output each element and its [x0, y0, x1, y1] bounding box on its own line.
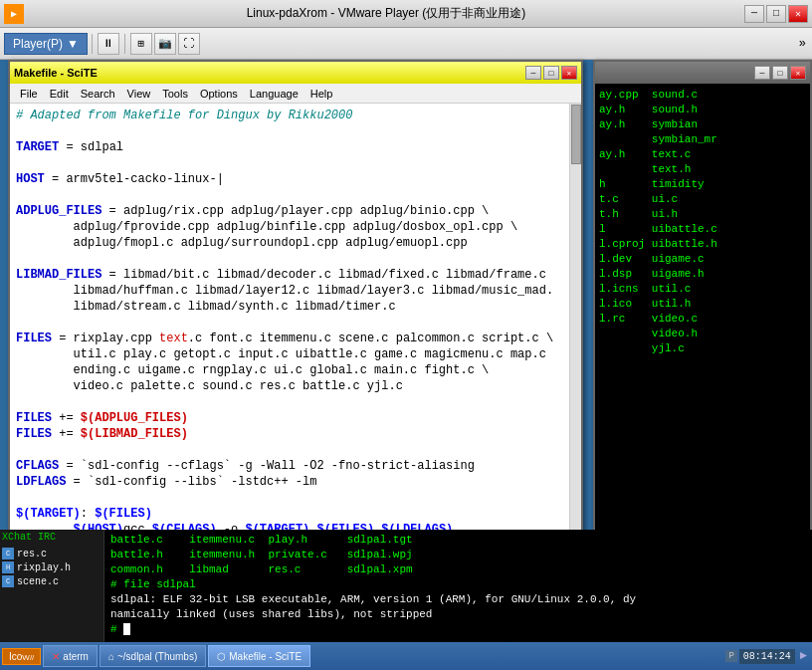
term-line-18: yjl.c: [599, 341, 806, 356]
code-line-19: [16, 394, 575, 410]
tb-line-2: battle.h itemmenu.h private.c sdlpal.wpj: [110, 548, 806, 562]
terminal-minimize[interactable]: ─: [754, 66, 770, 80]
scite-restore[interactable]: □: [543, 66, 559, 80]
code-line-6: [16, 187, 575, 203]
sidebar-file-scene-label: scene.c: [17, 576, 59, 587]
aterm-label: aterm: [63, 651, 89, 662]
term-line-3: ay.h symbian: [599, 117, 806, 132]
keyboard-indicator: P: [725, 650, 736, 662]
sidebar-file-rixplay: H rixplay.h: [2, 560, 102, 574]
vertical-scrollbar[interactable]: [569, 104, 581, 554]
terminal-restore[interactable]: □: [772, 66, 788, 80]
menu-edit[interactable]: Edit: [44, 84, 75, 103]
sidebar-file-res-label: res.c: [17, 549, 47, 559]
term-line-17: video.h: [599, 327, 806, 341]
code-line-17: ending.c uigame.c rngplay.c ui.c global.…: [16, 362, 575, 378]
term-line-12: l.dev uigame.c: [599, 252, 806, 267]
scite-menubar: File Edit Search View Tools Options Lang…: [10, 84, 581, 104]
code-line-8: adplug/fprovide.cpp adplug/binfile.cpp a…: [16, 219, 575, 235]
term-line-9: t.h ui.h: [599, 207, 806, 222]
scroll-thumb[interactable]: [571, 105, 581, 164]
menu-tools[interactable]: Tools: [156, 84, 194, 103]
code-line-10: [16, 251, 575, 267]
taskbar-right-arrow[interactable]: ►: [797, 649, 810, 663]
menu-help[interactable]: Help: [304, 84, 339, 103]
term-line-1: ay.cpp sound.c: [599, 88, 806, 103]
code-line-21: FILES += $(LIBMAD_FILES): [16, 426, 575, 442]
pause-button[interactable]: ⏸: [98, 33, 119, 55]
code-line-13: libmad/stream.c libmad/synth.c libmad/ti…: [16, 299, 575, 315]
tb-line-4: # file sdlpal: [110, 577, 806, 592]
minimize-button[interactable]: ─: [744, 5, 764, 23]
code-content[interactable]: # Adapted from Makefile for Dingux by Ri…: [10, 104, 581, 565]
start-label: W//: [22, 653, 34, 662]
code-line-15: FILES = rixplay.cpp text.c font.c itemme…: [16, 331, 575, 346]
menu-file[interactable]: File: [14, 84, 44, 103]
code-line-18: video.c palette.c sound.c res.c battle.c…: [16, 378, 575, 394]
restore-button[interactable]: □: [766, 5, 786, 23]
taskbar-item-scite[interactable]: ⬡ Makefile - SciTE: [208, 645, 310, 667]
code-line-1: # Adapted from Makefile for Dingux by Ri…: [16, 108, 575, 123]
code-line-3: TARGET = sdlpal: [16, 139, 575, 155]
toolbar-separator-1: [92, 34, 93, 54]
term-line-5: ay.h text.c: [599, 147, 806, 162]
terminal-window: ─ □ ✕ ay.cpp sound.c ay.h sound.h ay.h s…: [593, 60, 812, 567]
taskbar-clock: P 08:14:24 ►: [725, 649, 810, 664]
terminal-titlebar: ─ □ ✕: [595, 62, 810, 84]
xchat-label: XChat IRC: [2, 532, 102, 543]
term-line-16: l.rc video.c: [599, 312, 806, 327]
vmware-title: Linux-pdaXrom - VMware Player (仅用于非商业用途): [28, 5, 744, 22]
start-button[interactable]: IcoW//: [2, 648, 41, 665]
code-line-20: FILES += $(ADPLUG_FILES): [16, 410, 575, 426]
term-line-13: l.dsp uigame.h: [599, 267, 806, 282]
code-area: # Adapted from Makefile for Dingux by Ri…: [10, 104, 581, 565]
sidebar-file-res: C res.c: [2, 547, 102, 560]
sidebar-file-rixplay-label: rixplay.h: [17, 562, 71, 573]
send-ctrl-alt-del-button[interactable]: ⊞: [130, 33, 152, 55]
term-line-14: l.icns util.c: [599, 282, 806, 297]
sidebar-file-scene: C scene.c: [2, 574, 102, 588]
clock-time: 08:14:24: [739, 649, 795, 664]
vmware-titlebar: ▶ Linux-pdaXrom - VMware Player (仅用于非商业用…: [0, 0, 812, 28]
code-line-5: HOST = armv5tel-cacko-linux-|: [16, 171, 575, 187]
menu-search[interactable]: Search: [75, 84, 121, 103]
terminal-close[interactable]: ✕: [790, 66, 806, 80]
tb-line-1: battle.c itemmenu.c play.h sdlpal.tgt: [110, 533, 806, 548]
player-menu[interactable]: Player(P) ▼: [4, 33, 88, 55]
taskbar-item-aterm[interactable]: ✕ aterm: [43, 645, 98, 667]
term-line-6: text.h: [599, 162, 806, 177]
code-line-12: libmad/huffman.c libmad/layer12.c libmad…: [16, 283, 575, 299]
scite-title: Makefile - SciTE: [14, 67, 525, 79]
fullscreen-button[interactable]: ⛶: [178, 33, 200, 55]
code-line-22: [16, 442, 575, 458]
c-icon-scene: C: [2, 575, 14, 587]
tb-line-5: sdlpal: ELF 32-bit LSB executable, ARM, …: [110, 592, 806, 607]
menu-language[interactable]: Language: [244, 84, 304, 103]
vmware-icon: ▶: [4, 4, 24, 24]
scite-taskbar-icon: ⬡: [217, 651, 226, 662]
tb-line-3: common.h libmad res.c sdlpal.xpm: [110, 562, 806, 577]
scite-close[interactable]: ✕: [561, 66, 577, 80]
thumbs-icon: ⌂: [108, 651, 114, 662]
tb-line-7: # ▌: [110, 622, 806, 637]
menu-options[interactable]: Options: [194, 84, 244, 103]
code-line-26: $(TARGET): $(FILES): [16, 506, 575, 522]
code-line-25: [16, 490, 575, 506]
terminal-bottom-area: battle.c itemmenu.c play.h sdlpal.tgt ba…: [104, 530, 812, 642]
menu-view[interactable]: View: [121, 84, 157, 103]
code-line-2: [16, 123, 575, 139]
code-line-11: LIBMAD_FILES = libmad/bit.c libmad/decod…: [16, 267, 575, 283]
term-line-15: l.ico util.h: [599, 297, 806, 312]
close-button[interactable]: ✕: [788, 5, 808, 23]
snapshot-button[interactable]: 📷: [154, 33, 176, 55]
toolbar-right-arrow[interactable]: »: [799, 37, 806, 51]
term-line-4: symbian_mr: [599, 132, 806, 147]
player-menu-label: Player(P): [13, 37, 63, 51]
taskbar-item-thumbs[interactable]: ⌂ ~/sdlpal (Thumbs): [100, 645, 206, 667]
code-line-9: adplug/fmopl.c adplug/surroundopl.cpp ad…: [16, 235, 575, 251]
h-icon-rixplay: H: [2, 561, 14, 573]
term-line-8: t.c ui.c: [599, 192, 806, 207]
scite-minimize[interactable]: ─: [525, 66, 541, 80]
code-line-16: util.c play.c getopt.c input.c uibattle.…: [16, 346, 575, 362]
term-line-2: ay.h sound.h: [599, 103, 806, 117]
